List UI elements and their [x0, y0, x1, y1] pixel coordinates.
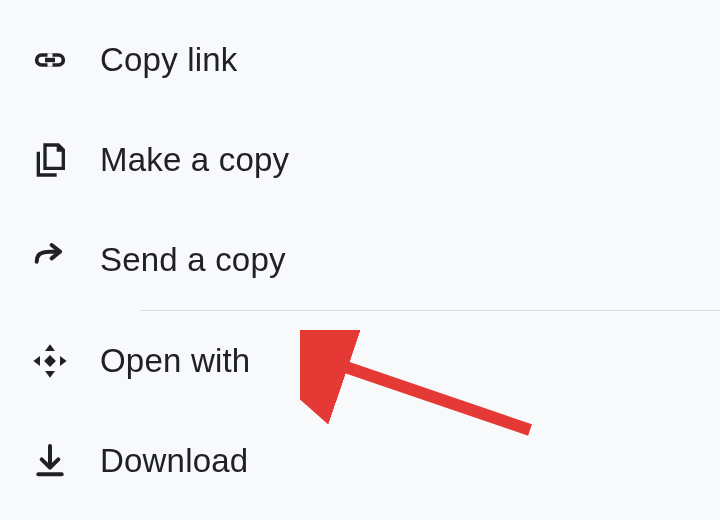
menu-item-send-copy[interactable]: Send a copy	[0, 210, 720, 310]
menu-item-copy-link[interactable]: Copy link	[0, 10, 720, 110]
svg-marker-6	[33, 356, 40, 366]
download-icon	[0, 441, 100, 481]
menu-item-label: Open with	[100, 342, 250, 380]
menu-item-label: Make a copy	[100, 141, 289, 179]
svg-marker-4	[45, 344, 55, 351]
context-menu: Copy link Make a copy Send a copy	[0, 0, 720, 511]
menu-item-open-with[interactable]: Open with	[0, 311, 720, 411]
open-with-icon	[0, 341, 100, 381]
svg-marker-5	[45, 371, 55, 378]
menu-item-label: Send a copy	[100, 241, 286, 279]
copy-icon	[0, 140, 100, 180]
menu-item-label: Download	[100, 442, 248, 480]
menu-item-label: Copy link	[100, 41, 238, 79]
menu-item-download[interactable]: Download	[0, 411, 720, 511]
menu-item-make-copy[interactable]: Make a copy	[0, 110, 720, 210]
send-icon	[0, 240, 100, 280]
svg-rect-8	[44, 355, 56, 367]
svg-marker-7	[60, 356, 67, 366]
link-icon	[0, 40, 100, 80]
